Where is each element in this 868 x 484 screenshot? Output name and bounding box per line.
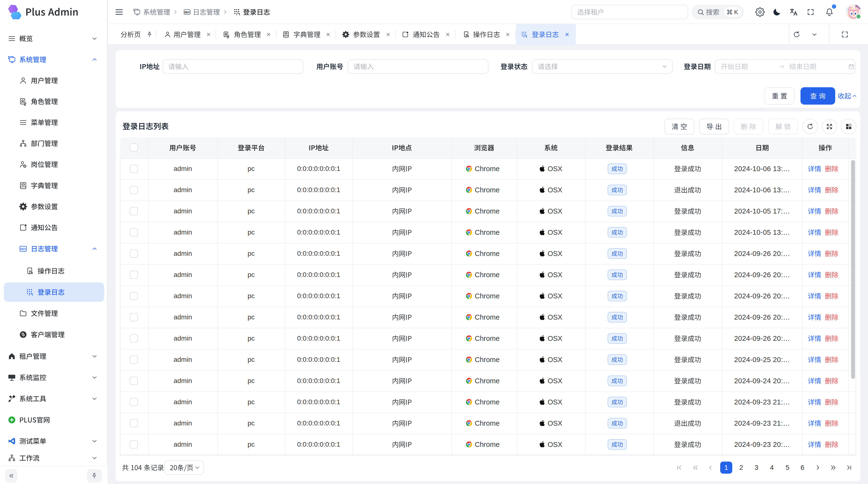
svg-text:DEV: DEV: [21, 248, 26, 251]
svg-text:DEV: DEV: [185, 11, 190, 14]
